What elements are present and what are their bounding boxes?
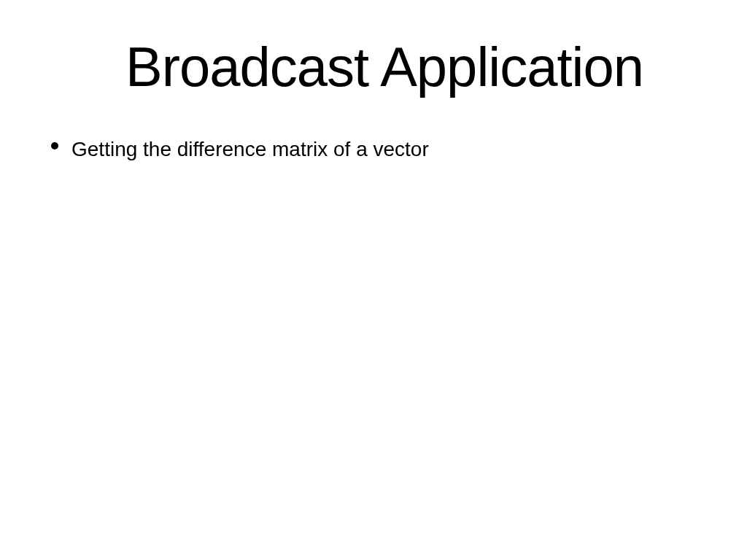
bullet-list: Getting the difference matrix of a vecto… (44, 136, 703, 163)
bullet-text: Getting the difference matrix of a vecto… (71, 136, 429, 163)
bullet-icon (51, 142, 58, 149)
slide-title: Broadcast Application (66, 35, 703, 98)
list-item: Getting the difference matrix of a vecto… (51, 136, 703, 163)
slide-container: Broadcast Application Getting the differ… (0, 0, 747, 560)
